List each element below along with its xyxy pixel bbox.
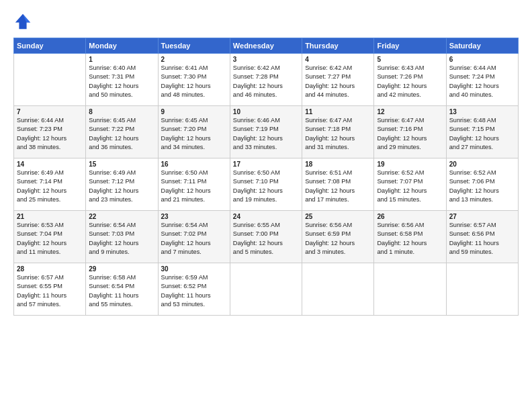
cell-line: Sunrise: 6:45 AM bbox=[89, 117, 136, 124]
day-number: 14 bbox=[17, 161, 83, 168]
cell-line: and 11 minutes. bbox=[17, 248, 60, 255]
cell-line: and 44 minutes. bbox=[305, 91, 349, 98]
cell-line: Sunrise: 6:51 AM bbox=[305, 169, 352, 176]
cell-line: and 13 minutes. bbox=[449, 196, 493, 203]
calendar-cell: 24Sunrise: 6:55 AMSunset: 7:00 PMDayligh… bbox=[230, 211, 302, 263]
cell-line: Daylight: 12 hours bbox=[233, 240, 283, 246]
cell-line: Sunset: 7:11 PM bbox=[161, 178, 207, 185]
cell-line: Sunset: 7:10 PM bbox=[233, 178, 279, 185]
cell-content: Sunrise: 6:52 AMSunset: 7:06 PMDaylight:… bbox=[449, 169, 515, 204]
cell-line: and 31 minutes. bbox=[305, 144, 349, 150]
calendar-cell: 12Sunrise: 6:47 AMSunset: 7:16 PMDayligh… bbox=[374, 106, 446, 158]
cell-line: Sunrise: 6:56 AM bbox=[305, 222, 352, 228]
cell-line: Sunset: 7:15 PM bbox=[449, 126, 495, 132]
cell-line: and 34 minutes. bbox=[161, 144, 205, 150]
calendar-cell: 4Sunrise: 6:42 AMSunset: 7:27 PMDaylight… bbox=[302, 54, 374, 106]
day-number: 16 bbox=[161, 161, 227, 168]
day-number: 21 bbox=[17, 213, 83, 220]
calendar-cell: 1Sunrise: 6:40 AMSunset: 7:31 PMDaylight… bbox=[86, 54, 158, 106]
cell-content: Sunrise: 6:58 AMSunset: 6:54 PMDaylight:… bbox=[89, 273, 154, 309]
cell-line: Sunset: 6:54 PM bbox=[89, 283, 134, 289]
header-row: SundayMondayTuesdayWednesdayThursdayFrid… bbox=[14, 38, 519, 54]
cell-line: Daylight: 12 hours bbox=[449, 135, 499, 142]
cell-content: Sunrise: 6:53 AMSunset: 7:04 PMDaylight:… bbox=[17, 221, 83, 257]
calendar-cell bbox=[446, 263, 518, 316]
cell-content: Sunrise: 6:57 AMSunset: 6:55 PMDaylight:… bbox=[17, 273, 83, 309]
cell-line: Sunrise: 6:43 AM bbox=[377, 64, 424, 71]
week-row-5: 28Sunrise: 6:57 AMSunset: 6:55 PMDayligh… bbox=[14, 263, 519, 316]
header bbox=[13, 12, 519, 31]
day-number: 11 bbox=[305, 108, 371, 116]
cell-line: Sunrise: 6:52 AM bbox=[377, 169, 424, 176]
cell-line: Sunset: 7:06 PM bbox=[449, 178, 495, 185]
cell-line: Daylight: 12 hours bbox=[305, 135, 355, 142]
day-number: 29 bbox=[89, 265, 154, 273]
day-number: 22 bbox=[89, 213, 154, 220]
cell-content: Sunrise: 6:49 AMSunset: 7:12 PMDaylight:… bbox=[89, 169, 154, 204]
cell-line: and 15 minutes. bbox=[377, 196, 420, 203]
cell-line: Daylight: 12 hours bbox=[305, 187, 355, 194]
cell-line: Sunrise: 6:42 AM bbox=[233, 64, 280, 71]
cell-line: and 1 minute. bbox=[377, 248, 414, 255]
cell-line: Sunset: 6:55 PM bbox=[17, 283, 62, 289]
calendar-cell bbox=[302, 263, 374, 316]
cell-content: Sunrise: 6:56 AMSunset: 6:58 PMDaylight:… bbox=[377, 221, 443, 257]
cell-content: Sunrise: 6:42 AMSunset: 7:28 PMDaylight:… bbox=[233, 64, 299, 99]
day-number: 19 bbox=[377, 161, 443, 168]
day-number: 12 bbox=[377, 108, 443, 116]
cell-line: Daylight: 12 hours bbox=[17, 135, 66, 142]
cell-content: Sunrise: 6:52 AMSunset: 7:07 PMDaylight:… bbox=[377, 169, 443, 204]
cell-line: Sunrise: 6:49 AM bbox=[89, 169, 136, 176]
cell-line: Daylight: 12 hours bbox=[161, 83, 211, 89]
week-row-3: 14Sunrise: 6:49 AMSunset: 7:14 PMDayligh… bbox=[14, 158, 519, 211]
day-number: 5 bbox=[377, 56, 443, 63]
cell-content: Sunrise: 6:45 AMSunset: 7:22 PMDaylight:… bbox=[89, 116, 154, 152]
cell-line: Daylight: 12 hours bbox=[89, 83, 138, 89]
cell-line: Daylight: 12 hours bbox=[233, 135, 283, 142]
cell-content: Sunrise: 6:46 AMSunset: 7:19 PMDaylight:… bbox=[233, 116, 299, 152]
week-row-4: 21Sunrise: 6:53 AMSunset: 7:04 PMDayligh… bbox=[14, 211, 519, 263]
cell-line: Sunset: 7:08 PM bbox=[305, 178, 351, 185]
cell-line: Sunset: 7:27 PM bbox=[305, 73, 351, 80]
calendar-cell: 14Sunrise: 6:49 AMSunset: 7:14 PMDayligh… bbox=[14, 158, 86, 211]
cell-line: Sunrise: 6:48 AM bbox=[449, 117, 496, 124]
cell-line: Sunrise: 6:45 AM bbox=[161, 117, 208, 124]
cell-content: Sunrise: 6:54 AMSunset: 7:03 PMDaylight:… bbox=[89, 221, 154, 257]
calendar-cell: 10Sunrise: 6:46 AMSunset: 7:19 PMDayligh… bbox=[230, 106, 302, 158]
calendar-cell: 15Sunrise: 6:49 AMSunset: 7:12 PMDayligh… bbox=[86, 158, 158, 211]
header-cell-sunday: Sunday bbox=[14, 38, 86, 54]
calendar-cell: 13Sunrise: 6:48 AMSunset: 7:15 PMDayligh… bbox=[446, 106, 518, 158]
header-cell-tuesday: Tuesday bbox=[158, 38, 230, 54]
cell-content: Sunrise: 6:43 AMSunset: 7:26 PMDaylight:… bbox=[377, 64, 443, 99]
cell-line: Sunrise: 6:53 AM bbox=[17, 222, 64, 228]
cell-content: Sunrise: 6:47 AMSunset: 7:16 PMDaylight:… bbox=[377, 116, 443, 152]
calendar-cell: 2Sunrise: 6:41 AMSunset: 7:30 PMDaylight… bbox=[158, 54, 230, 106]
day-number: 4 bbox=[305, 56, 371, 63]
cell-line: Daylight: 12 hours bbox=[377, 240, 427, 246]
cell-line: Sunrise: 6:54 AM bbox=[89, 222, 136, 228]
cell-line: Sunrise: 6:57 AM bbox=[449, 222, 496, 228]
cell-line: Sunset: 6:58 PM bbox=[377, 230, 423, 237]
day-number: 1 bbox=[89, 56, 154, 63]
cell-line: Daylight: 12 hours bbox=[377, 187, 427, 194]
cell-line: Sunset: 6:59 PM bbox=[305, 230, 351, 237]
calendar-cell: 18Sunrise: 6:51 AMSunset: 7:08 PMDayligh… bbox=[302, 158, 374, 211]
calendar-cell: 23Sunrise: 6:54 AMSunset: 7:02 PMDayligh… bbox=[158, 211, 230, 263]
week-row-1: 1Sunrise: 6:40 AMSunset: 7:31 PMDaylight… bbox=[14, 54, 519, 106]
cell-line: and 40 minutes. bbox=[449, 91, 493, 98]
cell-line: Sunset: 7:03 PM bbox=[89, 230, 134, 237]
cell-line: and 27 minutes. bbox=[449, 144, 493, 150]
cell-line: and 7 minutes. bbox=[161, 248, 202, 255]
cell-line: Daylight: 11 hours bbox=[17, 292, 66, 299]
calendar-cell: 30Sunrise: 6:59 AMSunset: 6:52 PMDayligh… bbox=[158, 263, 230, 316]
cell-content: Sunrise: 6:49 AMSunset: 7:14 PMDaylight:… bbox=[17, 169, 83, 204]
calendar-cell: 21Sunrise: 6:53 AMSunset: 7:04 PMDayligh… bbox=[14, 211, 86, 263]
cell-content: Sunrise: 6:45 AMSunset: 7:20 PMDaylight:… bbox=[161, 116, 227, 152]
day-number: 27 bbox=[449, 213, 515, 220]
week-row-2: 7Sunrise: 6:44 AMSunset: 7:23 PMDaylight… bbox=[14, 106, 519, 158]
day-number: 28 bbox=[17, 265, 83, 273]
calendar-cell: 29Sunrise: 6:58 AMSunset: 6:54 PMDayligh… bbox=[86, 263, 158, 316]
cell-line: Daylight: 11 hours bbox=[161, 292, 211, 299]
cell-line: and 25 minutes. bbox=[17, 196, 60, 203]
header-cell-monday: Monday bbox=[86, 38, 158, 54]
